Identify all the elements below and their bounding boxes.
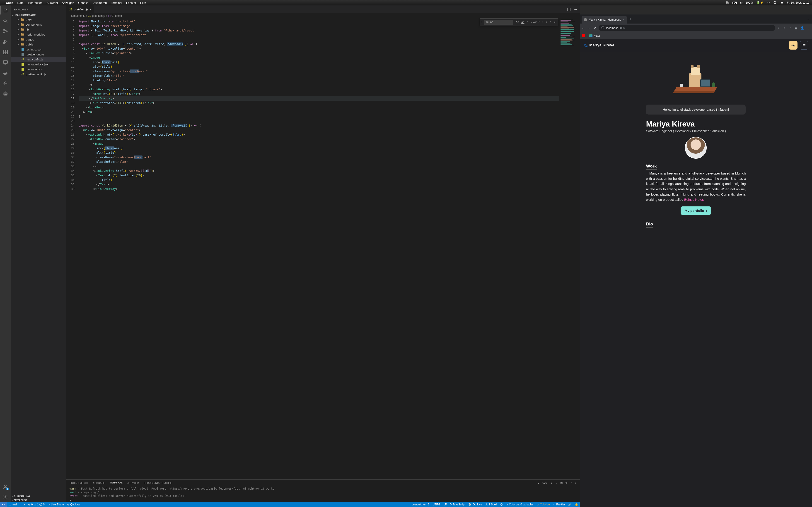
terminal-dropdown-icon[interactable]: ⌄ <box>556 482 558 485</box>
find-expand-icon[interactable]: › <box>481 20 482 24</box>
file-tree[interactable]: >.next>components>lib>node_modules>pages… <box>11 17 66 494</box>
tab-overflow-icon[interactable]: ⌄ <box>807 17 812 21</box>
remote-indicator[interactable] <box>0 502 7 507</box>
source-control-icon[interactable] <box>3 29 8 34</box>
encoding-status[interactable]: UTF-8 <box>431 503 442 506</box>
file-tree-item[interactable]: >public <box>11 42 66 47</box>
find-next-icon[interactable]: ↓ <box>545 20 548 24</box>
address-bar[interactable]: ⓘ localhost:3000 <box>599 25 775 31</box>
spotlight-icon[interactable] <box>773 1 777 5</box>
file-tree-item[interactable]: .eslintrc.json <box>11 47 66 52</box>
spell-status[interactable]: ⚠ 1 Spell <box>484 503 499 506</box>
settings-gear-icon[interactable] <box>3 494 8 500</box>
editor-tab-active[interactable]: JS grid-item.js × <box>66 5 95 13</box>
clock[interactable]: Fr. 30. Sept. 12:12 <box>787 1 809 4</box>
go-live-status[interactable]: 📡 Go Live <box>467 503 484 506</box>
code-editor[interactable]: 1234567891011121314151617181920212223242… <box>66 18 580 480</box>
file-tree-item[interactable]: package.json <box>11 67 66 72</box>
minimap[interactable] <box>559 18 580 480</box>
profile-icon[interactable]: 👤 <box>801 26 804 30</box>
panel-tab-jupyter[interactable]: JUPYTER <box>128 482 139 484</box>
control-center-icon[interactable] <box>780 1 784 5</box>
regex-toggle[interactable]: .* <box>526 20 529 24</box>
wifi-icon[interactable] <box>766 1 770 5</box>
hamburger-menu-button[interactable] <box>800 41 808 50</box>
website-viewport[interactable]: 🐾Mariya Kireva <box>580 39 812 507</box>
split-editor-icon[interactable] <box>567 8 571 11</box>
diagnostics[interactable]: ⊘ 0 ⚠ 1 ⓘ 0 <box>27 503 46 507</box>
extensions-icon[interactable] <box>3 49 8 55</box>
timeline-section[interactable]: ›ZEITACHSE <box>11 498 66 502</box>
terminal-process-icon[interactable]: ▸ <box>538 482 539 485</box>
eol-status[interactable]: LF <box>442 503 448 506</box>
file-tree-item[interactable]: JSprettier.config.js <box>11 72 66 77</box>
bookmark-maps[interactable]: Maps <box>589 34 600 37</box>
battery-icon[interactable]: 🔋⚡ <box>757 1 763 4</box>
forward-button[interactable]: → <box>588 26 591 30</box>
panel-tab-problems[interactable]: PROBLEME1 <box>69 482 88 484</box>
breadcrumbs[interactable]: components› JSgrid-item.js› ▢GridItem <box>66 13 580 18</box>
panel-tab-debug[interactable]: DEBUGGING-KONSOLE <box>144 482 172 484</box>
remote-explorer-icon[interactable] <box>3 60 8 65</box>
run-debug-icon[interactable] <box>3 39 8 44</box>
quokka-status[interactable]: ⊘ Quokka <box>65 503 81 506</box>
language-mode[interactable]: {} JavaScript <box>448 503 467 506</box>
file-tree-item[interactable]: JSnext.config.js <box>11 57 66 62</box>
json-icon[interactable]: Json <box>3 91 8 97</box>
close-panel-icon[interactable]: × <box>575 482 576 484</box>
file-tree-item[interactable]: >components <box>11 22 66 27</box>
more-actions-icon[interactable]: ⋯ <box>574 8 577 11</box>
find-menu-icon[interactable]: ≡ <box>549 20 552 24</box>
notifications-icon[interactable]: 🔔 <box>573 503 580 506</box>
colorize-toggle[interactable]: ⊘ Colorize <box>535 503 551 506</box>
match-case-toggle[interactable]: Aa <box>515 20 520 24</box>
site-logo[interactable]: 🐾Mariya Kireva <box>583 43 614 48</box>
menubar-app-name[interactable]: Code <box>6 1 13 5</box>
evernote-icon[interactable]: 🐘 <box>726 1 729 4</box>
new-tab-button[interactable]: + <box>627 17 634 21</box>
file-tree-item[interactable]: >node_modules <box>11 32 66 37</box>
find-prev-icon[interactable]: ↑ <box>541 20 544 24</box>
eslint-status[interactable]: ⬡ <box>499 503 504 506</box>
accounts-icon[interactable]: 1 <box>3 484 8 489</box>
theme-toggle-button[interactable] <box>789 41 798 50</box>
sidebar-more-icon[interactable]: ⋯ <box>61 8 63 11</box>
browser-tab-active[interactable]: Mariya Kireva - Homepage × <box>581 16 627 23</box>
code-content[interactable]: import NextLink from 'next/link'import I… <box>79 18 559 480</box>
display-icon[interactable]: ◐ <box>740 1 743 4</box>
file-tree-item[interactable]: .prettierignore <box>11 52 66 57</box>
terminal-content[interactable]: warn - Fast Refresh had to perform a ful… <box>66 487 580 502</box>
extensions-puzzle-icon[interactable]: ✦ <box>789 26 792 30</box>
file-tree-item[interactable]: package-lock.json <box>11 62 66 67</box>
panel-tab-output[interactable]: AUSGABE <box>93 482 105 484</box>
new-terminal-icon[interactable]: ＋ <box>550 482 553 485</box>
bookmark-star-icon[interactable]: ☆ <box>783 26 786 30</box>
live-share-status[interactable]: ↗ Live Share <box>46 503 65 506</box>
back-button[interactable]: ← <box>581 26 585 30</box>
close-tab-icon[interactable]: × <box>623 18 625 21</box>
split-terminal-icon[interactable]: ▥ <box>560 482 563 485</box>
find-input[interactable] <box>484 20 513 25</box>
close-tab-icon[interactable]: × <box>90 8 92 11</box>
indentation-status[interactable]: Leerzeichen: 2 <box>410 503 431 506</box>
find-close-icon[interactable]: × <box>553 20 556 24</box>
kill-terminal-icon[interactable]: 🗑 <box>565 482 568 484</box>
whole-word-toggle[interactable]: ab <box>520 20 525 24</box>
bookmark-youtube[interactable] <box>582 34 585 37</box>
input-source-indicator[interactable]: DE <box>732 2 737 4</box>
feedback-icon[interactable]: 🔗 <box>567 503 573 506</box>
file-tree-item[interactable]: >pages <box>11 37 66 42</box>
reload-button[interactable]: ⟳ <box>594 26 596 30</box>
maximize-panel-icon[interactable]: ⌃ <box>570 482 572 485</box>
search-icon[interactable] <box>3 18 8 23</box>
file-tree-item[interactable]: >.next <box>11 17 66 22</box>
liveshare-icon[interactable] <box>3 80 8 86</box>
portfolio-button[interactable]: My portfolio› <box>680 207 711 215</box>
side-panel-icon[interactable]: ▣ <box>795 26 797 30</box>
file-tree-item[interactable]: >lib <box>11 27 66 32</box>
docker-icon[interactable] <box>3 70 8 75</box>
workspace-header[interactable]: ⌄ PAN-HOMEPAGE <box>11 13 66 17</box>
browser-menu-icon[interactable]: ⋮ <box>807 26 810 30</box>
git-branch[interactable]: ⎇ main* <box>7 503 21 506</box>
site-info-icon[interactable]: ⓘ <box>601 26 604 30</box>
